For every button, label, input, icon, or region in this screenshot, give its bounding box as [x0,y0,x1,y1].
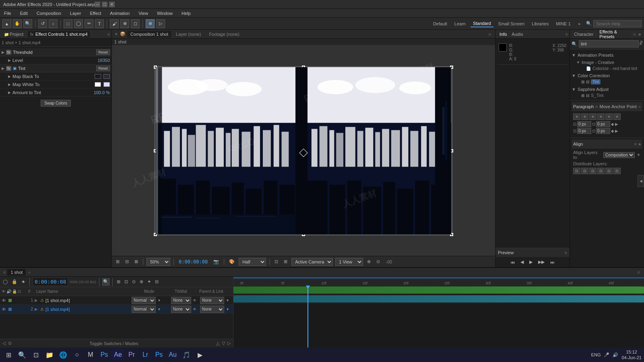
threshold-collapse[interactable]: ▶ [2,50,4,54]
swap-colors-btn[interactable]: Swap Colors [41,100,71,107]
workspace-small-screen[interactable]: Small Screen [496,20,527,27]
tool-brush[interactable]: 🖌 [110,19,119,28]
map-black-chevron[interactable]: ▶ [8,74,11,78]
map-white-swatch2[interactable] [103,82,110,87]
preview-menu-icon[interactable]: ≡ [565,250,567,255]
workspace-mine[interactable]: MINE 1 [553,20,573,27]
prev-back-btn[interactable]: ◀ [519,259,525,265]
align-left-btn[interactable]: ≡ [573,113,580,120]
layer-1-expand[interactable]: ▶ [35,298,39,302]
threshold-reset-btn[interactable]: Reset [96,49,110,55]
viewer-3d-renderer[interactable]: ⊕ [365,258,372,265]
tool-stamp[interactable]: ⊕ [120,19,129,28]
tl-btn3[interactable]: ⊙ [131,279,137,285]
prev-first-btn[interactable]: ⏮ [509,259,516,265]
spacing-after-input[interactable] [596,128,610,134]
tool-mask-rect[interactable]: □ [64,19,72,28]
tl-lock-btn[interactable]: 🔒 [10,279,19,285]
menu-help[interactable]: Help [180,10,192,16]
maximize-button[interactable]: □ [102,2,107,7]
taskbar-speaker[interactable]: 🔊 [613,352,618,358]
taskbar-search[interactable]: 🔍 [16,349,28,361]
paragraph-expand2[interactable]: » [638,104,641,109]
item-s-tint[interactable]: ⊞ ⊟ S_Tint [572,93,642,98]
menu-window[interactable]: Window [155,10,174,16]
taskbar-explorer[interactable]: 📁 [43,349,56,361]
taskbar-maya[interactable]: M [85,349,97,361]
taskbar-chrome[interactable]: ○ [71,349,83,361]
viewer-transparency[interactable]: ⊞ [282,258,289,265]
indent-keyframe-btn[interactable]: ◆ [611,122,614,126]
tl-bc-btn5[interactable]: ▷ [227,341,231,346]
effects-panel-menu[interactable]: ≡ [633,32,636,37]
tl-bc-btn2[interactable]: ⊙ [8,341,12,346]
tl-shy-btn[interactable]: ★ [20,279,27,285]
layer-2-parent[interactable]: None [200,306,224,313]
map-black-swatch2[interactable] [103,74,110,79]
spacing-nav-btn[interactable]: ▶ [615,129,618,133]
tab-effects-presets[interactable]: Effects & Presets [597,30,632,40]
tl-bc-btn1[interactable]: ◁ [2,341,6,346]
layer-1-parent-arrow[interactable]: ▼ [226,298,231,302]
layer-2-expand[interactable]: ▶ [35,307,39,311]
resolution-selector[interactable]: Half Full Quarter [239,258,266,266]
tool-zoom[interactable]: 🔍 [23,19,32,28]
layer-2-name[interactable]: [1 shot.mp4] [45,307,130,312]
tab-layer-none[interactable]: Layer (none) [172,31,205,37]
viewer-fps[interactable]: -00 [384,259,394,265]
menu-edit[interactable]: Edit [19,10,29,16]
view-mode-selector[interactable]: Active Camera Front Top [291,258,333,266]
tab-composition[interactable]: Composition 1 shot [127,31,172,37]
align-hcenter[interactable]: ⊡ [581,168,588,174]
viewer-time-btn[interactable]: 0:00:00:08 [177,258,209,265]
tool-camera-orbit[interactable]: ○ [49,19,58,28]
comp-canvas[interactable] [155,66,452,235]
layer-2-parent-vis[interactable]: 👁 [193,307,198,311]
taskbar-ae[interactable]: Ae [112,349,124,361]
paragraph-expand[interactable]: Move Anchor Point [600,104,637,109]
taskbar-windows[interactable]: ⊞ [2,349,14,361]
align-vcenter[interactable]: ⊡ [605,168,613,174]
viewer-snapping-btn[interactable]: ⊞ [114,258,121,265]
track-bar-2[interactable] [233,295,644,302]
tint-reset-btn[interactable]: Reset [96,66,110,71]
layer-1-name[interactable]: [1 shot.mp4] [45,298,130,303]
taskbar-music[interactable]: 🎵 [180,349,192,361]
tab-footage-none[interactable]: Footage (none) [205,31,243,37]
image-creative-header[interactable]: ▼ Image - Creative [576,59,642,66]
tab-audio[interactable]: Audio [509,31,525,37]
layer-2-parent-arrow[interactable]: ▼ [226,307,231,311]
tool-rotate[interactable]: ↺ [38,19,47,28]
workspace-more[interactable]: » [576,20,583,27]
align-left-edge[interactable]: ⊡ [573,168,580,174]
layer-row-1[interactable]: 👁 1 ▶ ⚠ [1 shot.mp4] Normal ▼ None [0,296,233,305]
timeline-timecode[interactable]: 0:00:00:08 [33,278,68,286]
spacing-before-input[interactable] [577,128,591,134]
info-panel-menu[interactable]: ≡ [566,32,568,37]
viewer-safe-zones-btn[interactable]: ⊠ [133,258,140,265]
timeline-search[interactable]: 🔍 [102,278,109,286]
layer-1-vis-btn[interactable]: 👁 [2,298,6,303]
tab-character[interactable]: Character [572,31,596,37]
menu-composition[interactable]: Composition [35,10,63,16]
layer-row-2[interactable]: 👁 2 ▶ ⚠ [1 shot.mp4] Normal ▼ None [0,305,233,314]
align-justify-r-btn[interactable]: ≡ [605,113,613,120]
threshold-level-value[interactable]: 18350 [94,58,110,63]
tool-hand[interactable]: ✋ [13,19,22,28]
align-selector-arrow[interactable]: ▼ [636,152,641,157]
tab-effect-controls[interactable]: fx Effect Controls 1 shot.mp4 [28,31,90,37]
layer-2-vis-btn[interactable]: 👁 [2,307,6,312]
tint-collapse[interactable]: ▶ [2,66,4,70]
threshold-level-chevron[interactable]: ▶ [8,58,11,62]
prev-last-btn[interactable]: ⏭ [549,259,556,265]
layer-2-trkmat[interactable]: None [171,306,191,313]
align-top-edge[interactable]: ⊡ [597,168,605,174]
taskbar-taskview[interactable]: ⊡ [30,349,42,361]
taskbar-ie[interactable]: 🌐 [57,349,69,361]
tl-btn6[interactable]: ⊟ [154,279,160,285]
viewer-fast-preview[interactable]: ⊙ [375,258,382,265]
effects-search-input[interactable] [579,40,639,47]
taskbar-photoshop2[interactable]: Ps [153,349,165,361]
layer-2-mode[interactable]: Normal [132,306,156,313]
align-right-btn[interactable]: ≡ [589,113,597,120]
